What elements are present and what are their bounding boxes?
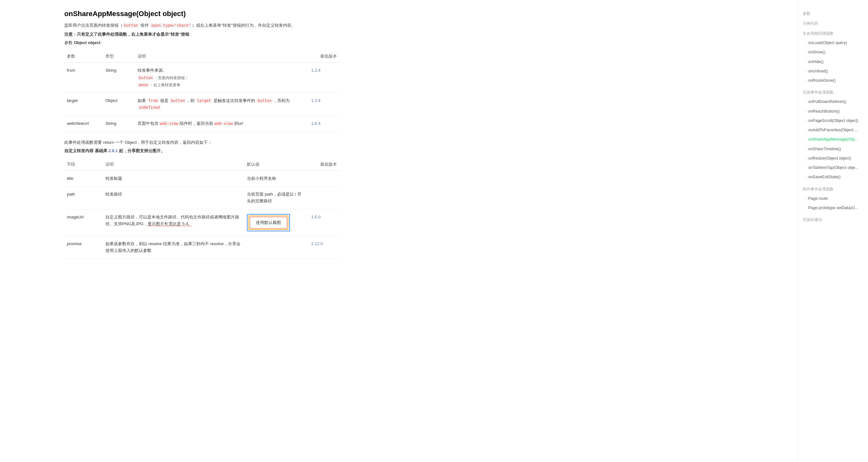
field-title-default: 当前小程序名称: [244, 171, 309, 186]
desc-webviewurl: 页面中包含web-view组件时，返回当前web-view的url: [135, 115, 309, 132]
param-from: from: [64, 63, 103, 93]
sidebar-section-lifecycle: 生命周期回调函数: [803, 31, 863, 36]
sidebar-item-onsharetimeline[interactable]: onShareTimeline(): [803, 144, 863, 154]
field-path: path: [64, 186, 103, 209]
field-imageurl-default: 使用默认截图: [244, 209, 309, 236]
sidebar: 参数 示例代码 生命周期回调函数 onLoad(Object query) on…: [797, 0, 868, 280]
field-imageurl-ver: 1.5.0: [309, 209, 341, 236]
th-field-desc: 说明: [103, 159, 244, 171]
type-from: String: [103, 63, 135, 93]
sidebar-section-component-events: 组件事件处理函数: [803, 186, 863, 192]
ver-target: 1.2.4: [309, 93, 341, 116]
field-path-desc: 转发路径: [103, 186, 244, 209]
field-promise-desc: 如果该参数存在，则以 resolve 结果为准，如果三秒内不 resolve，分…: [103, 236, 244, 259]
ver-from: 1.2.4: [309, 63, 341, 93]
field-path-ver: [309, 186, 341, 209]
section-label: 参数 Object object:: [64, 40, 341, 46]
sidebar-item-onreachbottom[interactable]: onReachBottom(): [803, 107, 863, 116]
table-row: webViewUrl String 页面中包含web-view组件时，返回当前w…: [64, 115, 341, 132]
field-promise: promise: [64, 236, 103, 259]
table-row: title 转发标题 当前小程序名称: [64, 171, 341, 186]
custom-note: 自定义转发内容 基础库 2.8.1 起，分享图支持云图片。: [64, 148, 341, 154]
field-title: title: [64, 171, 103, 186]
sidebar-item-onpulldownrefresh[interactable]: onPullDownRefresh(): [803, 97, 863, 107]
desc-line-1: 监听用户点击页面内转发按钮（button 组件 open-type="share…: [64, 22, 341, 29]
sidebar-section-example: 示例代码: [803, 21, 863, 26]
note-line: 注意：只有定义了此事件处理函数，右上角菜单才会显示"转发"按钮: [64, 31, 341, 37]
param-webviewurl: webViewUrl: [64, 115, 103, 132]
field-promise-ver: 2.12.0: [309, 236, 341, 259]
sidebar-item-onroutedone[interactable]: onRouteDone(): [803, 76, 863, 85]
table-row: imageUrl 自定义图片路径，可以是本地文件路径、代码包文件路径或者网络图片…: [64, 209, 341, 236]
sidebar-item-onload[interactable]: onLoad(Object query): [803, 38, 863, 48]
th-minver: 最低版本: [309, 51, 341, 63]
field-path-default: 当前页面 path，必须是以 / 开头的完整路径: [244, 186, 309, 209]
sidebar-item-pageprototypesetdata[interactable]: Page.prototype.setData(O...: [803, 203, 863, 213]
page-title: onShareAppMessage(Object object): [64, 10, 341, 18]
th-type: 类型: [103, 51, 135, 63]
th-param: 参数: [64, 51, 103, 63]
main-content: onShareAppMessage(Object object) 监听用户点击页…: [0, 0, 353, 280]
table-row: promise 如果该参数存在，则以 resolve 结果为准，如果三秒内不 r…: [64, 236, 341, 259]
table-row: target Object 如果 from 值是 button，则 target…: [64, 93, 341, 116]
default-btn-wrapper: 使用默认截图: [247, 214, 290, 231]
sidebar-item-onunload[interactable]: onUnload(): [803, 66, 863, 76]
desc-target: 如果 from 值是 button，则 target 是触发这次转发事件的 bu…: [135, 93, 309, 116]
th-default: 默认值: [244, 159, 309, 171]
field-title-ver: [309, 171, 341, 186]
sidebar-item-onsaveexitstate[interactable]: onSaveExitState(): [803, 172, 863, 182]
type-webviewurl: String: [103, 115, 135, 132]
sidebar-section-inter-page: 页面间通信: [803, 217, 863, 223]
sidebar-item-onshow[interactable]: onShow(): [803, 48, 863, 57]
sidebar-section-params: 参数: [803, 11, 863, 17]
th-field: 字段: [64, 159, 103, 171]
field-imageurl: imageUrl: [64, 209, 103, 236]
sidebar-item-onaddtofavorites[interactable]: onAddToFavorites(Object ...: [803, 125, 863, 135]
sidebar-item-onpagescroll[interactable]: onPageScroll(Object object): [803, 116, 863, 125]
sidebar-item-onhide[interactable]: onHide(): [803, 57, 863, 66]
return-note: 此事件处理函数需要 return 一个 Object，用于自定义转发内容，返回内…: [64, 140, 341, 145]
sidebar-section-page-events: 页面事件处理函数: [803, 90, 863, 95]
sidebar-item-pageroute[interactable]: Page.route: [803, 194, 863, 203]
sidebar-item-onresize[interactable]: onResize(Object object): [803, 154, 863, 163]
param-target: target: [64, 93, 103, 116]
use-default-screenshot-button[interactable]: 使用默认截图: [250, 217, 287, 228]
sidebar-item-onshareappmessage[interactable]: onShareAppMessage(Obj...: [803, 135, 863, 144]
table-row: path 转发路径 当前页面 path，必须是以 / 开头的完整路径: [64, 186, 341, 209]
field-promise-default: [244, 236, 309, 259]
params-table: 参数 类型 说明 最低版本 from String 转发事件来源。 button…: [64, 51, 341, 132]
field-imageurl-desc: 自定义图片路径，可以是本地文件路径、代码包文件路径或者网络图片路径。支持PNG及…: [103, 209, 244, 236]
sidebar-item-ontabitemtap[interactable]: onTabItemTap(Object obje...: [803, 163, 863, 172]
fields-table: 字段 说明 默认值 最低版本 title 转发标题 当前小程序名称 path 转…: [64, 159, 341, 259]
default-btn-inner: 使用默认截图: [248, 215, 288, 230]
th-desc: 说明: [135, 51, 309, 63]
type-target: Object: [103, 93, 135, 116]
desc-from: 转发事件来源。 button：页面内转发按钮； menu：右上角转发菜单: [135, 63, 309, 93]
th-field-minver: 最低版本: [309, 159, 341, 171]
ver-webviewurl: 1.6.4: [309, 115, 341, 132]
field-title-desc: 转发标题: [103, 171, 244, 186]
table-row: from String 转发事件来源。 button：页面内转发按钮； menu…: [64, 63, 341, 93]
